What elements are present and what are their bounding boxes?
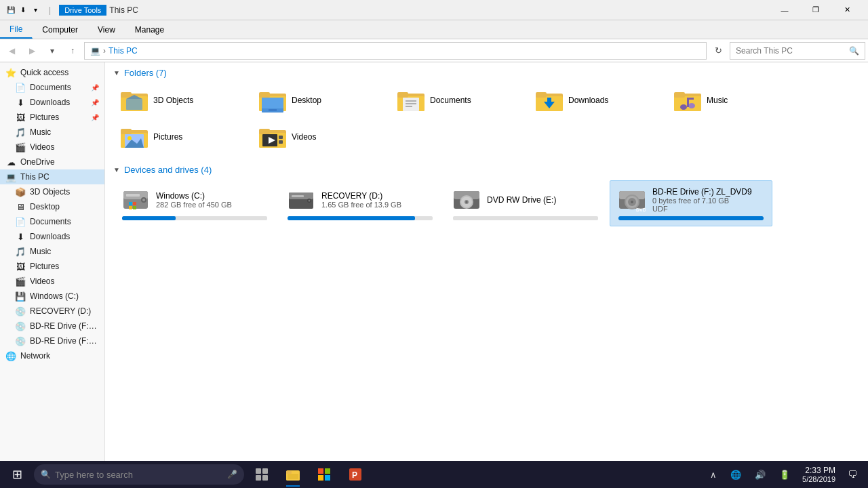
svg-rect-41 [279,140,283,144]
desktop-folder-icon [259,88,286,113]
address-bar: ◀ ▶ ▾ ↑ 💻 › This PC ↻ 🔍 [0,39,868,62]
folder-music[interactable]: Music [667,83,802,117]
sidebar-item-downloads[interactable]: ⬇ Downloads 📌 [0,95,104,110]
svg-point-25 [680,104,687,110]
sidebar-item-windows-c[interactable]: 💾 Windows (C:) [0,289,104,304]
sidebar-item-label: Music [30,127,51,137]
dropdown-arrow[interactable]: ▾ [43,42,61,60]
folder-3d-objects[interactable]: 3D Objects [113,83,249,117]
address-path[interactable]: 💻 › This PC [84,42,707,60]
sidebar-item-onedrive[interactable]: ☁ OneDrive [0,155,104,169]
chevron-down-icon: ▼ [113,166,120,174]
search-box[interactable]: 🔍 [730,42,865,60]
svg-rect-50 [133,206,136,209]
network-tray-icon[interactable]: 🌐 [725,461,747,488]
file-explorer-taskbar-button[interactable] [278,461,308,488]
pin-icon: 📌 [91,84,99,92]
folder-desktop[interactable]: Desktop [252,83,387,117]
drive-recovery-d[interactable]: RECOVERY (D:) 1.65 GB free of 13.9 GB [279,180,441,226]
svg-rect-9 [262,98,283,108]
sidebar-item-bd-re-f2[interactable]: 💿 BD-RE Drive (F:) ZL_D [0,333,104,348]
sidebar-item-label: Documents [30,217,71,226]
drive-bar [122,216,176,220]
task-view-button[interactable] [247,461,277,488]
sidebar-item-downloads2[interactable]: ⬇ Downloads [0,229,104,244]
drive-bd-re-f[interactable]: DVD BD-RE Drive (F:) ZL_DVD9 0 bytes fre… [610,180,772,226]
tab-view[interactable]: View [88,20,125,39]
videos2-icon: 🎬 [15,276,26,287]
sidebar-item-videos[interactable]: 🎬 Videos [0,140,104,155]
sidebar-item-network[interactable]: 🌐 Network [0,348,104,363]
properties-icon[interactable]: ⬇ [18,5,28,16]
folder-downloads[interactable]: Downloads [528,83,664,117]
volume-tray-icon[interactable]: 🔊 [749,461,771,488]
folder-pictures[interactable]: Pictures [113,120,249,154]
recovery-d-icon: 💿 [15,306,26,317]
system-tray[interactable]: ∧ [705,461,722,488]
sidebar-item-pictures[interactable]: 🖼 Pictures 📌 [0,110,104,125]
notification-button[interactable]: 🗨 [842,461,863,488]
store-taskbar-button[interactable] [309,461,339,488]
minimize-button[interactable]: — [769,0,800,20]
svg-rect-48 [133,202,136,205]
sidebar-item-3d-objects[interactable]: 📦 3D Objects [0,184,104,199]
tab-manage[interactable]: Manage [125,20,174,39]
folder-videos[interactable]: Videos [252,120,387,154]
tab-file[interactable]: File [0,20,33,39]
search-icon[interactable]: 🔍 [849,46,859,56]
documents2-icon: 📄 [15,216,26,227]
sidebar-item-desktop[interactable]: 🖥 Desktop [0,199,104,214]
restore-button[interactable]: ❐ [800,0,831,20]
powerpoint-taskbar-button[interactable]: P [340,461,370,488]
svg-rect-80 [325,475,330,481]
up-button[interactable]: ↑ [64,42,81,60]
start-button[interactable]: ⊞ [0,461,34,488]
battery-tray-icon[interactable]: 🔋 [774,461,795,488]
sidebar-item-pictures2[interactable]: 🖼 Pictures [0,259,104,274]
clock[interactable]: 2:33 PM 5/28/2019 [798,466,840,483]
sidebar-item-recovery-d[interactable]: 💿 RECOVERY (D:) [0,304,104,319]
sidebar-item-quick-access[interactable]: ⭐ Quick access [0,65,104,80]
drive-bar-container [122,216,267,220]
tab-computer[interactable]: Computer [33,20,88,39]
path-this-pc[interactable]: This PC [108,46,138,56]
svg-rect-69 [256,468,261,474]
customize-icon[interactable]: ▾ [30,5,41,16]
microphone-icon: 🎤 [227,470,237,479]
battery-icon: 🔋 [779,470,790,480]
bd-re-icon: DVD [618,186,646,214]
drive-bar-container [288,216,433,220]
folder-documents[interactable]: Documents [390,83,526,117]
taskbar-search[interactable]: 🔍 Type here to search 🎤 [34,464,244,485]
drive-windows-c[interactable]: Windows (C:) 282 GB free of 450 GB [113,180,276,226]
drive-tools-tab[interactable]: Drive Tools [59,5,106,16]
drives-section-header[interactable]: ▼ Devices and drives (4) [113,165,860,175]
sidebar-item-documents[interactable]: 📄 Documents 📌 [0,80,104,95]
wifi-icon: 🌐 [730,470,741,480]
save-icon[interactable]: 💾 [5,5,16,16]
drive-bar [618,216,764,220]
folders-section-label: Folders (7) [124,68,167,78]
folders-section-header[interactable]: ▼ Folders (7) [113,68,860,78]
sidebar-item-music2[interactable]: 🎵 Music [0,244,104,259]
refresh-button[interactable]: ↻ [709,42,727,60]
drive-info: DVD RW Drive (E:) [487,195,598,205]
windows-c-icon: 💾 [15,291,26,302]
back-button[interactable]: ◀ [3,42,20,60]
sidebar-item-videos2[interactable]: 🎬 Videos [0,274,104,289]
drive-dvd-e[interactable]: DVD RW Drive (E:) [444,180,607,226]
sidebar-item-documents2[interactable]: 📄 Documents [0,214,104,229]
sidebar-item-bd-re-f[interactable]: 💿 BD-RE Drive (F:) ZL_ [0,319,104,333]
sidebar-item-this-pc[interactable]: 💻 This PC [0,169,104,184]
forward-button[interactable]: ▶ [23,42,41,60]
drive-name: DVD RW Drive (E:) [487,195,598,205]
svg-rect-24 [674,92,685,98]
folder-label: Music [707,96,728,105]
svg-rect-78 [325,468,330,474]
dvd-icon [453,186,480,214]
videos-folder-icon [259,125,286,149]
search-input[interactable] [736,46,846,56]
sidebar-item-music[interactable]: 🎵 Music [0,125,104,140]
close-button[interactable]: ✕ [831,0,863,20]
sidebar-item-label: This PC [20,172,50,182]
